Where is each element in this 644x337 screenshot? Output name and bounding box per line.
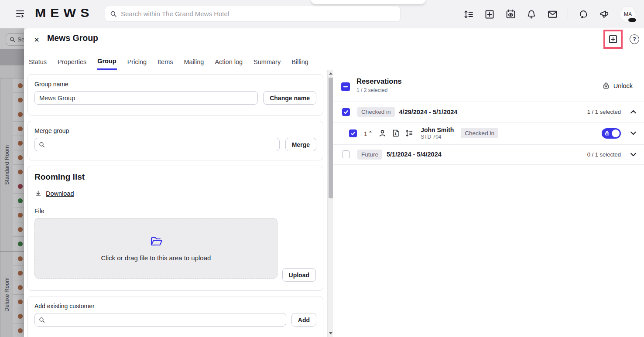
group-name-input[interactable] [34, 91, 258, 105]
status-badge: Checked in [357, 107, 395, 117]
upload-button[interactable]: Upload [282, 268, 316, 282]
annotation-highlight [603, 30, 623, 49]
tab-properties[interactable]: Properties [57, 54, 87, 70]
support-headset-icon[interactable] [578, 9, 589, 20]
row-separator [333, 164, 644, 165]
search-icon [38, 141, 45, 148]
add-button[interactable]: Add [291, 313, 316, 327]
add-reservation-icon[interactable] [608, 34, 618, 44]
merge-button[interactable]: Merge [285, 138, 316, 151]
indeterminate-icon [343, 84, 348, 89]
merge-group-label: Merge group [34, 127, 316, 134]
rooming-list-card: Rooming list Download File Click or drag… [27, 166, 323, 291]
group-selected-count: 0 / 1 selected [587, 151, 621, 158]
toggle-knob [612, 129, 620, 137]
chevron-down-icon[interactable] [630, 129, 637, 137]
close-icon[interactable]: ✕ [32, 35, 41, 44]
announcements-megaphone-icon[interactable] [599, 9, 610, 20]
chevron-up-icon[interactable] [630, 108, 637, 116]
search-icon [38, 317, 45, 323]
group-dates: 5/1/2024 - 5/4/2024 [387, 151, 442, 158]
reservations-panel: Reservations 1 / 2 selected Unlock Check… [333, 70, 644, 337]
guest-person-icon [378, 129, 387, 138]
dropzone-text: Click or drag file to this area to uploa… [101, 254, 211, 262]
group-modal: ✕ Mews Group ? Status Properties Group P… [24, 28, 644, 337]
reorder-icon [404, 129, 414, 138]
rooming-list-title: Rooming list [34, 172, 316, 182]
scrollbar-thumb[interactable] [329, 78, 333, 198]
tab-group[interactable]: Group [97, 54, 117, 70]
change-name-button[interactable]: Change name [263, 91, 316, 105]
tab-items[interactable]: Items [157, 54, 173, 70]
tab-pricing[interactable]: Pricing [127, 54, 147, 70]
room-number: STD 704 [421, 134, 454, 140]
messages-mail-icon[interactable] [547, 9, 558, 20]
group-name-card: Group name Change name [27, 74, 323, 116]
topbar-divider [568, 9, 568, 20]
group-checkbox-checked[interactable] [342, 108, 350, 116]
chevron-down-icon[interactable] [630, 151, 637, 158]
timeline-order-icon[interactable] [463, 9, 474, 20]
group-selected-count: 1 / 1 selected [587, 109, 621, 115]
reservations-title: Reservations [356, 77, 402, 85]
tab-mailing[interactable]: Mailing [183, 54, 204, 70]
merge-group-card: Merge group Merge [27, 121, 323, 160]
status-badge: Checked in [461, 128, 498, 138]
reservations-selected-summary: 1 / 2 selected [356, 87, 402, 93]
tab-summary[interactable]: Summary [253, 54, 281, 70]
reservation-detail-row[interactable]: 1 × $ John Smith STD 704 [333, 122, 644, 144]
add-customer-label: Add existing customer [34, 303, 316, 310]
folder-icon [149, 235, 163, 248]
popover-remnant [311, 0, 425, 4]
status-badge: Future [357, 150, 382, 160]
download-icon [34, 190, 42, 197]
global-search-input[interactable] [117, 6, 400, 21]
group-checkbox-unchecked[interactable] [342, 150, 350, 158]
tab-billing[interactable]: Billing [291, 54, 309, 70]
global-search[interactable] [105, 6, 401, 22]
lock-icon [605, 130, 610, 136]
guest-count: 1 × [364, 129, 372, 137]
group-dates: 4/29/2024 - 5/1/2024 [399, 109, 458, 116]
user-avatar[interactable]: MA [620, 6, 636, 23]
unlock-label: Unlock [613, 82, 633, 89]
group-name-label: Group name [34, 81, 316, 88]
avatar-status-badge [627, 17, 637, 23]
invoice-icon: $ [391, 129, 400, 138]
help-icon[interactable]: ? [630, 34, 639, 44]
top-bar: MEWS [0, 0, 644, 28]
timeline-sidebar: Se Standard RoomDeluxe Room [0, 28, 24, 337]
lock-toggle[interactable] [602, 128, 621, 139]
check-icon [343, 109, 349, 115]
reservation-group-row[interactable]: Future 5/1/2024 - 5/4/2024 0 / 1 selecte… [333, 144, 644, 164]
reservation-group-row[interactable]: Checked in 4/29/2024 - 5/1/2024 1 / 1 se… [333, 102, 644, 122]
add-customer-card: Add existing customer Add [27, 296, 323, 337]
tab-status[interactable]: Status [28, 54, 47, 70]
merge-group-input[interactable] [34, 138, 280, 151]
svg-text:$: $ [395, 132, 397, 136]
lock-icon [603, 82, 610, 89]
left-panel-scrollbar[interactable] [327, 70, 333, 337]
guest-name: John Smith [421, 126, 454, 133]
file-dropzone[interactable]: Click or drag file to this area to uploa… [34, 218, 277, 279]
download-label: Download [46, 190, 74, 197]
file-label: File [34, 208, 316, 214]
mews-logo[interactable]: MEWS [35, 7, 93, 20]
guest-name-block: John Smith STD 704 [421, 126, 454, 140]
modal-backdrop [0, 28, 24, 337]
group-form-panel: Group name Change name Merge group Merge… [24, 70, 327, 337]
select-all-checkbox[interactable] [341, 82, 350, 91]
unlock-button[interactable]: Unlock [603, 82, 633, 89]
notifications-bell-icon[interactable] [526, 9, 537, 20]
tab-action-log[interactable]: Action log [214, 54, 243, 70]
create-new-icon[interactable] [484, 9, 495, 20]
modal-title: Mews Group [47, 33, 98, 43]
menu-icon[interactable] [14, 7, 27, 20]
add-customer-input[interactable] [34, 313, 286, 327]
search-icon [110, 10, 117, 18]
reservation-checkbox-checked[interactable] [349, 129, 357, 137]
tab-bar: Status Properties Group Pricing Items Ma… [28, 54, 309, 70]
download-link[interactable]: Download [34, 190, 74, 197]
check-icon [350, 131, 356, 136]
calendar-view-icon[interactable] [505, 9, 516, 20]
